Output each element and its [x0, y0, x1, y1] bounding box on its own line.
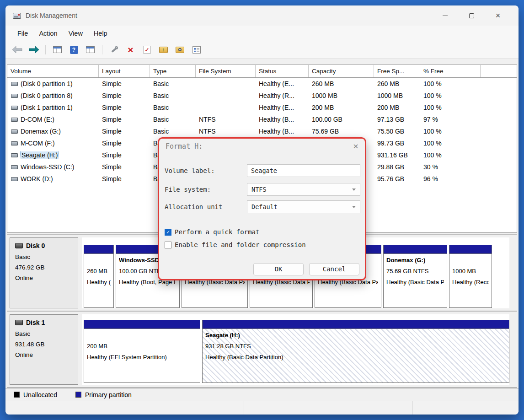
table-row[interactable]: (Disk 0 partition 1) Simple Basic Health… — [7, 78, 517, 90]
volume-name: Donemax (G:) — [21, 128, 61, 135]
disk-1-partitions: 200 MB Healthy (EFI System Partition) Se… — [82, 314, 509, 385]
legend-bar: Unallocated Primary partition — [5, 388, 519, 401]
column-header-type[interactable]: Type — [150, 65, 196, 77]
menu-help[interactable]: Help — [88, 28, 113, 39]
cell-type: Basic — [150, 92, 196, 99]
status-segment — [244, 401, 412, 415]
disk-0-info-panel[interactable]: Disk 0 Basic 476.92 GB Online — [10, 237, 78, 308]
check-volume-button[interactable]: ✓ — [141, 44, 153, 56]
maximize-icon — [469, 13, 474, 18]
help-button[interactable]: ? — [68, 44, 80, 56]
column-header-free-space[interactable]: Free Sp... — [374, 65, 420, 77]
cell-free: 99.73 GB — [374, 140, 420, 147]
disk-size: 931.48 GB — [15, 339, 73, 350]
column-header-status[interactable]: Status — [256, 65, 309, 77]
column-header-capacity[interactable]: Capacity — [309, 65, 374, 77]
table-row[interactable]: D-COM (E:) Simple Basic NTFS Healthy (B.… — [7, 113, 517, 125]
volume-label-label: Volume label: — [165, 167, 247, 174]
check-volume-icon: ✓ — [144, 46, 150, 54]
tools-button[interactable] — [108, 44, 120, 56]
chevron-down-icon — [352, 188, 356, 191]
disk-status: Online — [15, 273, 73, 283]
disk-icon — [15, 320, 23, 325]
partition-block[interactable]: 1000 MB Healthy (Recovery Partition) — [449, 245, 492, 308]
cell-type: Basic — [150, 128, 196, 135]
delete-volume-button[interactable]: × — [124, 44, 137, 56]
volume-name-selected: Seagate (H:) — [21, 151, 59, 159]
cancel-button[interactable]: Cancel — [309, 263, 359, 275]
forward-button[interactable] — [27, 44, 40, 56]
volume-label-input[interactable] — [247, 164, 360, 177]
disk-1-row: Disk 1 Basic 931.48 GB Online 200 MB Hea… — [7, 312, 517, 388]
back-button[interactable] — [11, 44, 23, 56]
app-icon — [13, 13, 21, 19]
table-row[interactable]: Donemax (G:) Simple Basic NTFS Healthy (… — [7, 125, 517, 137]
maximize-button[interactable] — [458, 6, 485, 25]
explore-folder-button[interactable] — [174, 44, 186, 56]
file-system-row: File system: NTFS — [165, 183, 360, 196]
cell-layout: Simple — [99, 128, 150, 135]
column-header-volume[interactable]: Volume — [7, 65, 99, 77]
cell-pct: 100 % — [420, 140, 481, 147]
file-system-select[interactable]: NTFS — [247, 183, 360, 196]
partition-label — [87, 330, 197, 341]
menu-file[interactable]: File — [12, 28, 33, 39]
volume-icon — [11, 141, 18, 145]
toolbar-separator — [45, 45, 46, 54]
minimize-button[interactable] — [432, 6, 458, 25]
toolbar-separator — [102, 45, 102, 54]
cell-free: 200 MB — [374, 104, 420, 111]
dialog-close-icon[interactable]: × — [353, 140, 358, 151]
cell-fs: NTFS — [196, 128, 256, 135]
menu-action[interactable]: Action — [33, 28, 63, 39]
partition-type-bar — [384, 245, 447, 254]
quick-format-checkbox[interactable]: ✓ — [165, 229, 171, 236]
partition-type-bar — [84, 245, 113, 254]
close-icon: × — [496, 11, 501, 20]
console-tree-icon — [53, 46, 62, 53]
close-button[interactable]: × — [485, 6, 511, 25]
table-row[interactable]: (Disk 0 partition 8) Simple Basic Health… — [7, 90, 517, 102]
partition-block-donemax[interactable]: Donemax (G:) 75.69 GB NTFS Healthy (Basi… — [383, 245, 447, 308]
partition-block-efi[interactable]: 200 MB Healthy (EFI System Partition) — [84, 320, 200, 383]
cell-layout: Simple — [99, 104, 150, 111]
disk-kind: Basic — [15, 252, 73, 262]
properties-button[interactable] — [190, 44, 203, 56]
back-icon — [12, 46, 22, 53]
partition-status: Healthy (Basic Data Partition) — [386, 277, 444, 288]
console-tree-button[interactable] — [51, 44, 64, 56]
compression-label: Enable file and folder compression — [175, 241, 306, 248]
delete-volume-icon: × — [128, 45, 133, 54]
action-pane-button[interactable] — [84, 44, 96, 56]
volume-icon — [11, 94, 18, 98]
chevron-down-icon — [352, 206, 356, 208]
compression-checkbox[interactable] — [165, 242, 171, 248]
cell-pct: 30 % — [420, 163, 481, 171]
partition-status: Healthy (EFI System Partition) — [87, 352, 197, 363]
partition-block-seagate-selected[interactable]: Seagate (H:) 931.28 GB NTFS Healthy (Bas… — [202, 320, 509, 383]
partition-block[interactable]: 260 MB Healthy (EFI System Partition) — [84, 245, 114, 308]
file-system-value: NTFS — [251, 186, 267, 193]
cell-capacity: 260 MB — [309, 80, 374, 87]
cell-status: Healthy (E... — [256, 80, 309, 87]
ok-button[interactable]: OK — [253, 263, 304, 275]
partition-label: Donemax (G:) — [386, 255, 444, 266]
disk-1-info-panel[interactable]: Disk 1 Basic 931.48 GB Online — [10, 314, 78, 385]
allocation-unit-select[interactable]: Default — [247, 200, 360, 213]
quick-format-row: ✓ Perform a quick format — [165, 228, 259, 236]
menu-view[interactable]: View — [63, 28, 88, 39]
disk-status: Online — [15, 350, 73, 360]
volume-name: D-COM (E:) — [21, 116, 54, 123]
open-folder-button[interactable]: ↑ — [157, 44, 170, 56]
cell-capacity: 75.69 GB — [309, 128, 374, 135]
disk-kind: Basic — [15, 328, 73, 339]
column-header-file-system[interactable]: File System — [196, 65, 256, 77]
partition-status: Healthy (Recovery Partition) — [452, 277, 489, 288]
table-row[interactable]: (Disk 1 partition 1) Simple Basic Health… — [7, 102, 517, 113]
column-header-layout[interactable]: Layout — [99, 65, 150, 77]
volume-icon — [11, 129, 18, 134]
partition-type-bar — [203, 320, 509, 329]
cell-layout: Simple — [99, 151, 150, 159]
cell-status: Healthy (B... — [256, 128, 309, 135]
column-header-pct-free[interactable]: % Free — [420, 65, 481, 77]
